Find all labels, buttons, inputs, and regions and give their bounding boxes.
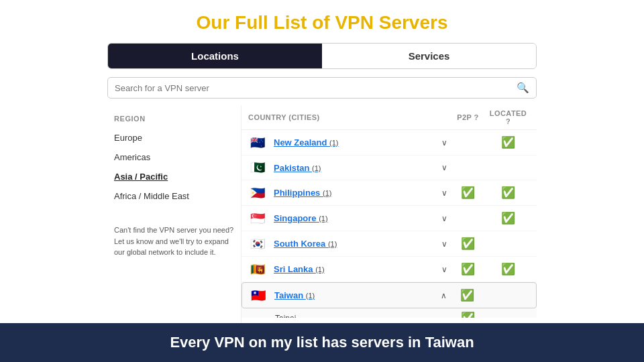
sidebar-item-asia-pacific[interactable]: Asia / Pacific <box>107 167 241 186</box>
check-icon: ✅ <box>461 311 475 318</box>
country-count: (1) <box>328 240 337 248</box>
country-count: (1) <box>323 189 331 197</box>
p2p-cell: ✅ <box>449 262 486 276</box>
country-name[interactable]: Philippines (1) <box>274 188 435 198</box>
search-bar: 🔍 <box>107 77 537 99</box>
p2p-cell: ✅ <box>449 186 486 200</box>
check-icon: ✅ <box>461 237 475 251</box>
table-body[interactable]: 🇳🇿 New Zealand (1) ∨ ✅ 🇵🇰 Pakistan (1) ∨… <box>241 130 537 318</box>
page-title: Our Full List of VPN Servers <box>197 0 448 43</box>
sub-row[interactable]: Taipei ✅ <box>241 308 537 318</box>
chevron-icon[interactable]: ∨ <box>439 163 449 172</box>
check-icon: ✅ <box>501 186 515 200</box>
table-row[interactable]: 🇱🇰 Sri Lanka (1) ∨ ✅ ✅ <box>241 257 537 282</box>
check-icon: ✅ <box>501 211 515 225</box>
p2p-cell: ✅ <box>449 237 486 251</box>
col-header-located: LOCATED ? <box>486 109 530 125</box>
flag-icon: 🇵🇰 <box>248 161 267 174</box>
flag-icon: 🇰🇷 <box>248 237 267 251</box>
chevron-icon[interactable]: ∨ <box>439 265 449 274</box>
search-icon: 🔍 <box>517 82 529 94</box>
check-icon: ✅ <box>461 262 475 276</box>
chevron-icon[interactable]: ∨ <box>439 214 449 223</box>
located-cell: ✅ <box>486 211 530 225</box>
sidebar-header: REGION <box>107 112 241 128</box>
check-icon: ✅ <box>460 288 474 302</box>
flag-icon: 🇱🇰 <box>248 263 267 276</box>
flag-icon: 🇵🇭 <box>248 186 267 200</box>
chevron-icon[interactable]: ∨ <box>439 188 449 198</box>
tab-bar: Locations Services <box>107 43 537 69</box>
country-name[interactable]: Sri Lanka (1) <box>274 264 435 274</box>
sub-p2p-cell: ✅ <box>449 311 486 318</box>
country-name[interactable]: South Korea (1) <box>274 239 435 249</box>
flag-icon: 🇳🇿 <box>248 136 267 149</box>
sidebar-item-europe[interactable]: Europe <box>107 128 241 147</box>
table-headers: COUNTRY (CITIES) P2P ? LOCATED ? <box>241 105 537 130</box>
country-name[interactable]: Singapore (1) <box>274 213 435 223</box>
country-count: (1) <box>312 164 321 172</box>
country-name[interactable]: Pakistan (1) <box>274 163 435 173</box>
chevron-icon[interactable]: ∨ <box>439 239 449 249</box>
located-cell: ✅ <box>486 186 530 200</box>
table-row[interactable]: 🇳🇿 New Zealand (1) ∨ ✅ <box>241 130 537 156</box>
page-wrapper: Our Full List of VPN Servers Locations S… <box>0 0 644 362</box>
chevron-icon[interactable]: ∧ <box>438 291 449 300</box>
country-count: (1) <box>319 215 327 223</box>
col-header-country: COUNTRY (CITIES) <box>248 113 449 121</box>
sidebar-note: Can't find the VPN server you need? Let … <box>107 219 241 263</box>
tab-locations[interactable]: Locations <box>108 44 322 68</box>
table-row[interactable]: 🇵🇭 Philippines (1) ∨ ✅ ✅ <box>241 180 537 206</box>
country-count: (1) <box>315 265 324 274</box>
city-name: Taipei <box>275 314 296 318</box>
table-row[interactable]: 🇵🇰 Pakistan (1) ∨ <box>241 156 537 180</box>
located-cell: ✅ <box>486 135 530 149</box>
tab-services[interactable]: Services <box>322 44 536 68</box>
title-highlight: VPN Servers <box>335 12 447 33</box>
check-icon: ✅ <box>501 262 515 276</box>
bottom-banner: Every VPN on my list has servers in Taiw… <box>0 323 644 362</box>
flag-icon: 🇸🇬 <box>248 212 267 225</box>
country-count: (1) <box>329 139 338 147</box>
check-icon: ✅ <box>461 186 475 200</box>
country-name[interactable]: Taiwan (1) <box>274 290 434 300</box>
located-cell: ✅ <box>486 262 530 276</box>
p2p-cell: ✅ <box>449 288 486 302</box>
flag-icon: 🇹🇼 <box>249 289 268 302</box>
sidebar-item-africa-middle-east[interactable]: Africa / Middle East <box>107 186 241 206</box>
title-prefix: Our Full List of <box>197 12 335 33</box>
check-icon: ✅ <box>501 135 515 149</box>
sidebar-item-americas[interactable]: Americas <box>107 147 241 167</box>
chevron-icon[interactable]: ∨ <box>439 138 449 147</box>
table-row[interactable]: 🇹🇼 Taiwan (1) ∧ ✅ <box>241 282 537 308</box>
table-row[interactable]: 🇸🇬 Singapore (1) ∨ ✅ <box>241 206 537 231</box>
table-row[interactable]: 🇰🇷 South Korea (1) ∨ ✅ <box>241 231 537 257</box>
country-name[interactable]: New Zealand (1) <box>274 137 435 147</box>
col-header-p2p: P2P ? <box>449 113 486 121</box>
country-count: (1) <box>306 292 315 300</box>
search-input[interactable] <box>115 83 517 93</box>
